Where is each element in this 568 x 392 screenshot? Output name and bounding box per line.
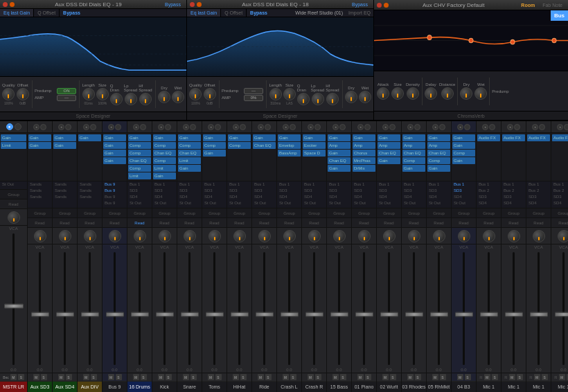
insert-1-drums[interactable]: Comp <box>128 142 151 149</box>
knob-crashr[interactable] <box>308 230 321 242</box>
btn-m-toms[interactable]: M <box>208 374 214 380</box>
knob-drums[interactable] <box>134 230 146 242</box>
btn-m-crashr[interactable]: M <box>308 374 314 380</box>
insert-1-rhodes[interactable]: Amp <box>402 142 425 149</box>
btn-predump[interactable]: ON <box>57 88 76 94</box>
insert-0-hihat[interactable]: Gain <box>228 134 251 141</box>
knob-hihat[interactable] <box>233 230 246 242</box>
ch-btn-eye-toms[interactable]: ● <box>208 124 214 130</box>
insert-0-rhodes[interactable]: Gain <box>402 134 425 141</box>
ch-btn-rec-hihat[interactable] <box>240 124 246 130</box>
fader-thumb-snare[interactable] <box>181 312 199 317</box>
tab2-q-offset[interactable]: Q Offset <box>221 9 247 17</box>
insert-4-snare[interactable]: Gain <box>178 165 201 172</box>
insert-1-bass[interactable]: Amp <box>328 142 350 149</box>
insert-1-aux4[interactable]: Gain <box>53 142 76 149</box>
knob-mic1d[interactable] <box>558 230 569 242</box>
knob3-density[interactable] <box>407 87 419 100</box>
insert-2-b3[interactable]: Comp <box>452 150 475 157</box>
btn-s-kick[interactable]: S <box>166 374 172 380</box>
insert-0-crashr[interactable]: Gain <box>303 134 326 141</box>
fader-thumb-auxdiv[interactable] <box>81 312 99 317</box>
fader-thumb-mic1c[interactable] <box>530 312 548 317</box>
insert-1-wurlt[interactable]: Amp <box>378 142 400 149</box>
insert-2-kick[interactable]: Chan EQ <box>153 150 176 157</box>
fader-thumb-crashl[interactable] <box>281 312 299 317</box>
knob-kick[interactable] <box>159 230 171 242</box>
knob3-wet[interactable] <box>474 87 487 100</box>
btn-m-rhodes[interactable]: M <box>407 374 414 380</box>
ch-btn-eye-kick[interactable]: ● <box>158 124 164 130</box>
ch-btn-eye-mic1b[interactable]: ● <box>507 124 513 130</box>
fader-thumb-bass[interactable] <box>330 312 348 317</box>
ch-btn-eye-hihat[interactable]: ● <box>233 124 239 130</box>
knob3-size[interactable] <box>391 87 404 100</box>
knob-aux4[interactable] <box>59 230 71 242</box>
insert-0-mic1b[interactable]: Audio FX <box>502 134 525 141</box>
btn-m-drums[interactable]: M <box>133 374 139 380</box>
fader-thumb-b3[interactable] <box>455 312 473 317</box>
knob-circle-mstr[interactable] <box>8 211 20 224</box>
knob2-size[interactable] <box>283 88 296 100</box>
knob-hfspread[interactable] <box>139 93 152 105</box>
fader-thumb-rhmkit[interactable] <box>430 312 448 317</box>
insert-0-auxdiv[interactable]: Gain <box>78 134 101 141</box>
insert-3-b3[interactable]: Gain <box>452 157 475 164</box>
knob2-quality[interactable] <box>189 88 202 100</box>
knob-mic1a[interactable] <box>483 230 495 242</box>
tab-q-offset[interactable]: Q Offset <box>34 9 60 17</box>
btn-s-mic1c[interactable]: S <box>542 374 548 380</box>
ch-btn-eye-mic1c[interactable]: ● <box>532 124 538 130</box>
insert-1-ride[interactable]: Chan EQ <box>253 142 276 149</box>
ch-btn-rec-wurlt[interactable] <box>389 124 396 130</box>
btn2-amp[interactable]: 0% <box>244 95 263 101</box>
insert-0-mic1d[interactable]: Audio FX <box>552 134 568 141</box>
insert-1-bus9[interactable]: Gain <box>103 142 126 149</box>
knob-mic1c[interactable] <box>533 230 545 242</box>
ch-btn-eye-snare[interactable]: ● <box>183 124 189 130</box>
knob-piano[interactable] <box>358 230 371 242</box>
knob-offset[interactable] <box>17 88 29 100</box>
knob3-distance[interactable] <box>441 87 454 100</box>
plugin-bypass-2[interactable]: Bypass <box>349 2 371 7</box>
insert-1-piano[interactable]: Amp <box>353 142 375 149</box>
ch-btn-rec-snare[interactable] <box>190 124 196 130</box>
btn-s-drums[interactable]: S <box>141 374 147 380</box>
btn-s-rhodes[interactable]: S <box>415 374 421 380</box>
ch-btn-eye-b3[interactable]: ● <box>457 124 463 130</box>
knob-crashl[interactable] <box>283 230 296 242</box>
btn-s-ride[interactable]: S <box>265 374 272 380</box>
knob-bus9[interactable] <box>109 230 121 242</box>
ch-btn-rec-b3[interactable] <box>464 124 470 130</box>
tab-eq-last-gain[interactable]: Eq last Gain <box>0 9 34 17</box>
btn-s-hihat[interactable]: S <box>240 374 247 380</box>
insert-0-kick[interactable]: Gain <box>153 134 176 141</box>
insert-2-toms[interactable]: Gain <box>203 150 226 157</box>
fader-thumb-hihat[interactable] <box>231 312 249 317</box>
knob-lpspread[interactable] <box>125 93 137 105</box>
fader-thumb-wurlt[interactable] <box>380 312 398 317</box>
insert-3-bass[interactable]: Chan EQ <box>328 157 350 164</box>
ch-btn-eye-crashl[interactable]: ● <box>283 124 289 130</box>
ch-btn-eye-bass[interactable]: ● <box>332 124 339 130</box>
btn-m-aux3[interactable]: M <box>33 374 39 380</box>
ch-btn-eye-rhodes[interactable]: ● <box>407 124 414 130</box>
insert-3-wurlt[interactable]: Gain <box>378 157 400 164</box>
ch-btn-rec-toms[interactable] <box>215 124 221 130</box>
insert-3-snare[interactable]: Limit <box>178 157 201 164</box>
insert-2-crashl[interactable]: BassAmp <box>278 150 301 157</box>
ch-btn-rec-drums[interactable] <box>140 124 146 130</box>
btn-s-snare[interactable]: S <box>190 374 197 380</box>
insert-0-wurlt[interactable]: Gain <box>378 134 400 141</box>
insert-3-rhodes[interactable]: Comp <box>402 157 425 164</box>
btn-m-crashl[interactable]: M <box>283 374 289 380</box>
ch-btn-eye-aux4[interactable]: ● <box>58 124 64 130</box>
insert-0-rhmkit[interactable]: Gain <box>427 134 450 141</box>
knob-snare[interactable] <box>184 230 196 242</box>
knob-b3[interactable] <box>458 230 470 242</box>
btn-m-mic1a[interactable]: M <box>484 374 490 380</box>
knob-dry[interactable] <box>158 91 170 103</box>
insert-2-bus9[interactable]: Gain <box>103 150 126 157</box>
knob3-dry[interactable] <box>460 87 472 100</box>
knob-wurlt[interactable] <box>383 230 396 242</box>
